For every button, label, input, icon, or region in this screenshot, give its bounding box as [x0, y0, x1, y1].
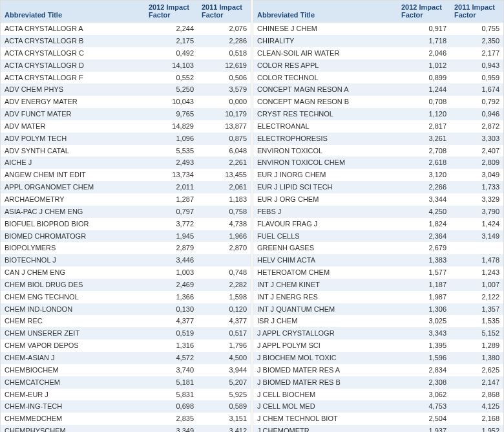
cell-2012: 5,181: [145, 376, 198, 389]
cell-2012: 0,552: [145, 72, 198, 84]
cell-2011: 10,179: [198, 108, 251, 120]
header-2012: 2012 ImpactFactor: [145, 1, 198, 23]
cell-title: ELECTROANAL: [253, 120, 397, 133]
table-row: INT J QUANTUM CHEM1,3061,357: [253, 303, 503, 316]
table-row: INT J ENERG RES1,9872,122: [253, 291, 503, 303]
cell-2011: 4,738: [198, 218, 251, 230]
cell-2012: 14,829: [145, 120, 198, 133]
cell-2011: 2,261: [198, 157, 251, 169]
table-row: COLOR TECHNOL0,8990,959: [253, 72, 503, 84]
table-row: CHEM REC4,3774,377: [1, 315, 251, 327]
cell-title: CHEM-ASIAN J: [1, 352, 145, 364]
cell-2012: 3,261: [397, 133, 450, 145]
header-title: Abbreviated Title: [1, 1, 145, 23]
cell-title: CHEMPHYSCHEM: [1, 425, 145, 432]
table-row: BIOFUEL BIOPROD BIOR3,7724,738: [1, 218, 251, 230]
cell-title: ADV ENERGY MATER: [1, 96, 145, 108]
cell-2012: 5,535: [145, 145, 198, 157]
cell-title: CHIRALITY: [253, 35, 397, 47]
cell-2011: 0,000: [198, 96, 251, 108]
cell-2012: 4,753: [397, 400, 450, 413]
table-row: CHEM BIOL DRUG DES2,4692,282: [1, 279, 251, 291]
cell-2011: 0,758: [198, 206, 251, 218]
cell-2012: 1,937: [397, 425, 450, 432]
cell-2011: 3,049: [450, 169, 503, 181]
table-row: ELECTROANAL2,8172,872: [253, 120, 503, 133]
cell-2011: 0,875: [198, 133, 251, 145]
table-row: ADV POLYM TECH1,0960,875: [1, 133, 251, 145]
cell-2012: 1,306: [397, 303, 450, 316]
cell-2012: 2,504: [397, 413, 450, 425]
cell-2012: 1,120: [397, 108, 450, 120]
table-row: J APPL CRYSTALLOGR3,3435,152: [253, 327, 503, 340]
cell-2011: 2,872: [450, 120, 503, 133]
cell-2012: 3,343: [397, 327, 450, 340]
header-row: Abbreviated Title 2012 ImpactFactor 2011…: [1, 1, 251, 23]
cell-title: J BIOMED MATER RES B: [253, 376, 397, 389]
table-row: ANGEW CHEM INT EDIT13,73413,455: [1, 169, 251, 181]
cell-2012: 1,824: [397, 218, 450, 230]
cell-2011: [198, 254, 251, 266]
cell-2012: 2,679: [397, 242, 450, 254]
table-row: INT J CHEM KINET1,1871,007: [253, 279, 503, 291]
cell-title: EUR J LIPID SCI TECH: [253, 181, 397, 193]
cell-2012: 1,287: [145, 193, 198, 206]
cell-title: J CHEMOMETR: [253, 425, 397, 432]
cell-2012: 1,945: [145, 230, 198, 243]
cell-2011: 1,424: [450, 218, 503, 230]
cell-2012: 2,266: [397, 181, 450, 193]
cell-2012: 4,377: [145, 315, 198, 327]
cell-2012: 0,917: [397, 23, 450, 35]
cell-title: CHEMBIOCHEM: [1, 364, 145, 376]
cell-2011: 3,149: [450, 230, 503, 243]
cell-2012: 1,395: [397, 340, 450, 352]
cell-2011: 0,120: [198, 303, 251, 316]
cell-2012: 0,698: [145, 400, 198, 413]
table-row: FEBS J4,2503,790: [253, 206, 503, 218]
cell-2011: 1,535: [450, 315, 503, 327]
cell-2011: 1,952: [450, 425, 503, 432]
cell-title: INT J ENERG RES: [253, 291, 397, 303]
cell-2012: 3,062: [397, 389, 450, 401]
cell-title: CHEMMEDCHEM: [1, 413, 145, 425]
cell-2012: 3,120: [397, 169, 450, 181]
cell-2011: 0,946: [450, 108, 503, 120]
cell-2011: 3,579: [198, 83, 251, 96]
table-row: FLAVOUR FRAG J1,8241,424: [253, 218, 503, 230]
cell-title: ACTA CRYSTALLOGR C: [1, 47, 145, 59]
cell-2012: 2,493: [145, 157, 198, 169]
header-2011: 2011 ImpactFactor: [450, 1, 503, 23]
cell-2011: 4,500: [198, 352, 251, 364]
cell-title: COLOR RES APPL: [253, 59, 397, 72]
table-row: ACTA CRYSTALLOGR D14,10312,619: [1, 59, 251, 72]
cell-2011: 3,944: [198, 364, 251, 376]
cell-title: ENVIRON TOXICOL: [253, 145, 397, 157]
cell-2012: 1,718: [397, 35, 450, 47]
cell-title: COLOR TECHNOL: [253, 72, 397, 84]
cell-2011: 0,755: [450, 23, 503, 35]
cell-2011: 1,380: [450, 352, 503, 364]
cell-2011: 2,286: [198, 35, 251, 47]
cell-title: INT J CHEM KINET: [253, 279, 397, 291]
table-row: J CHEM TECHNOL BIOT2,5042,168: [253, 413, 503, 425]
table-row: ARCHAEOMETRY1,2871,183: [1, 193, 251, 206]
table-row: CHEM-ASIAN J4,5724,500: [1, 352, 251, 364]
cell-2011: 2,168: [450, 413, 503, 425]
cell-2012: 9,765: [145, 108, 198, 120]
cell-2012: 3,025: [397, 315, 450, 327]
table-row: ASIA-PAC J CHEM ENG0,7970,758: [1, 206, 251, 218]
table-row: CHEMMEDCHEM2,8353,151: [1, 413, 251, 425]
table-row: EUR J INORG CHEM3,1203,049: [253, 169, 503, 181]
cell-title: APPL ORGANOMET CHEM: [1, 181, 145, 193]
cell-2012: 1,366: [145, 291, 198, 303]
cell-title: HELV CHIM ACTA: [253, 254, 397, 266]
header-title: Abbreviated Title: [253, 1, 397, 23]
cell-title: BIOTECHNOL J: [1, 254, 145, 266]
cell-2012: 2,618: [397, 157, 450, 169]
table-row: J APPL POLYM SCI1,3951,289: [253, 340, 503, 352]
tables-container: Abbreviated Title 2012 ImpactFactor 2011…: [0, 0, 504, 432]
cell-2012: 5,831: [145, 389, 198, 401]
table-row: J BIOMED MATER RES A2,8342,625: [253, 364, 503, 376]
cell-2011: 0,748: [198, 266, 251, 279]
cell-title: J CELL BIOCHEM: [253, 389, 397, 401]
